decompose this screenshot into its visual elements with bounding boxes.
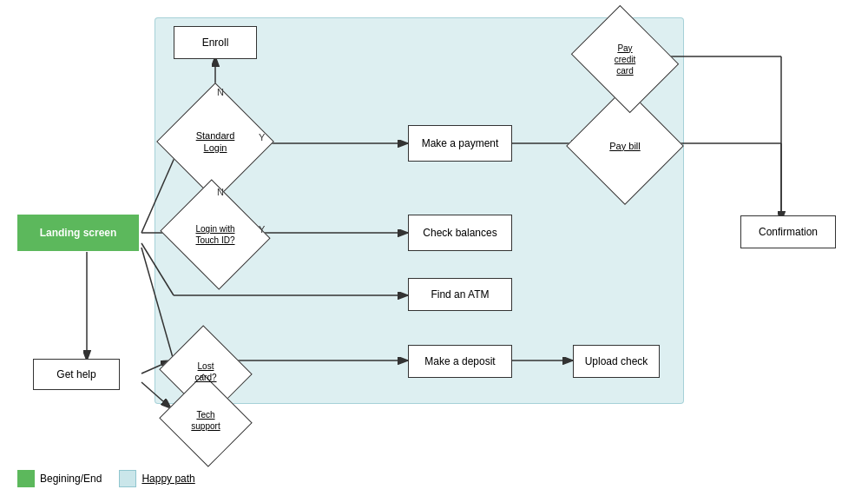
- landing-screen-node: Landing screen: [17, 215, 139, 251]
- standard-login-y-label: Y: [259, 132, 265, 142]
- standard-login-n-touch-label: N: [217, 187, 224, 197]
- enroll-node: Enroll: [174, 26, 257, 59]
- standard-login-n-enroll-label: N: [217, 87, 224, 97]
- legend-green-label: Begining/End: [40, 473, 102, 485]
- pay-credit-card-node: Paycreditcard: [583, 24, 667, 94]
- login-touch-id-node: Login withTouch ID?: [174, 198, 257, 271]
- pay-bill-node: Pay bill: [583, 104, 667, 188]
- get-help-node: Get help: [33, 359, 120, 390]
- legend-blue-label: Happy path: [141, 473, 194, 485]
- confirmation-node: Confirmation: [740, 215, 836, 248]
- make-payment-node: Make a payment: [408, 125, 512, 162]
- legend: Begining/End Happy path: [17, 470, 195, 487]
- legend-blue-item: Happy path: [119, 470, 194, 487]
- legend-green-swatch: [17, 470, 35, 487]
- check-balances-node: Check balances: [408, 215, 512, 251]
- flowchart-diagram: Landing screen Enroll StandardLogin Logi…: [0, 0, 868, 460]
- standard-login-node: StandardLogin: [174, 100, 257, 183]
- touch-id-y-label: Y: [259, 224, 265, 235]
- find-atm-node: Find an ATM: [408, 278, 512, 311]
- legend-blue-swatch: [119, 470, 136, 487]
- upload-check-node: Upload check: [573, 345, 660, 378]
- tech-support-node: Techsupport: [171, 389, 240, 452]
- make-deposit-node: Make a deposit: [408, 345, 512, 378]
- legend-green-item: Begining/End: [17, 470, 102, 487]
